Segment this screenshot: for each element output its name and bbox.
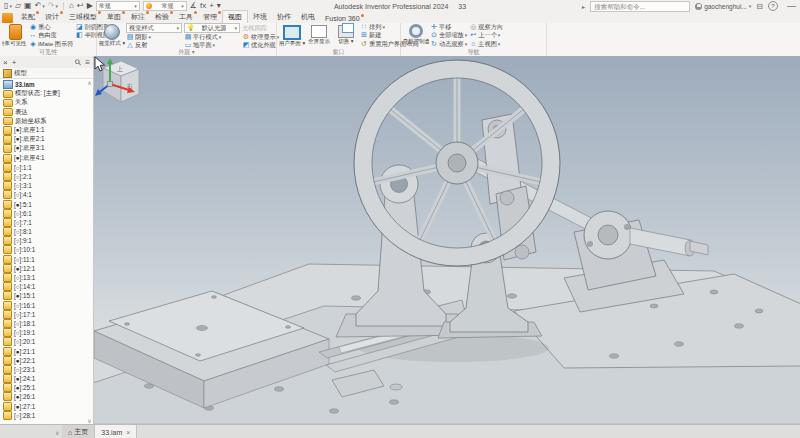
ribbon-button-full-navigation-wheel[interactable]: 全导航控制盘 ▾ bbox=[403, 23, 429, 48]
panel-label-appearance[interactable]: 外观 ▾ bbox=[97, 48, 276, 56]
ribbon-tab-inspect[interactable]: 检验 bbox=[150, 11, 174, 23]
browser-add-tab-button[interactable]: + bbox=[12, 58, 17, 67]
tree-folder-3[interactable]: 原始坐标系 bbox=[0, 117, 93, 126]
panel-label-visibility[interactable]: 可见性 bbox=[0, 48, 96, 56]
tree-part-30[interactable]: [●]:27:1 bbox=[0, 402, 93, 411]
tree-part-29[interactable]: [●]:26:1 bbox=[0, 392, 93, 401]
ribbon-tab-view[interactable]: 视图 bbox=[222, 10, 248, 23]
ribbon-button-user-interface[interactable]: 用户界面 ▾ bbox=[279, 23, 305, 48]
ribbon-item-lighting-combo[interactable]: 💡默认光源▾ bbox=[184, 23, 240, 33]
ribbon-button-full-screen[interactable]: 全屏显示 bbox=[306, 23, 332, 48]
ribbon-item-textures-display[interactable]: ⚙纹理显示▾ bbox=[242, 33, 279, 41]
tree-part-10[interactable]: [○]:7:1 bbox=[0, 218, 93, 227]
ribbon-item-visual-style-combo[interactable]: 视觉样式▾ bbox=[126, 23, 182, 33]
tree-part-13[interactable]: [○]:10:1 bbox=[0, 245, 93, 254]
ribbon-item-home-view[interactable]: ⌂主视图▾ bbox=[469, 40, 503, 48]
tree-part-24[interactable]: [●]:21:1 bbox=[0, 346, 93, 355]
tree-part-28[interactable]: [●]:25:1 bbox=[0, 383, 93, 392]
tree-part-11[interactable]: [○]:8:1 bbox=[0, 227, 93, 236]
half-section-view-icon: ◧ bbox=[75, 31, 83, 39]
tree-part-17[interactable]: [○]:14:1 bbox=[0, 282, 93, 291]
tree-part-26[interactable]: [○]:23:1 bbox=[0, 365, 93, 374]
arrange-windows-icon: ∷ bbox=[360, 23, 368, 31]
new-file-button-icon[interactable]: ▯▾ bbox=[4, 1, 12, 11]
scroll-down-icon[interactable]: ∨ bbox=[87, 417, 91, 424]
ribbon-button-object-visibility[interactable]: 对象可见性 ▾ bbox=[2, 23, 28, 48]
file-menu-button[interactable] bbox=[2, 13, 13, 23]
tree-part-23[interactable]: [○]:20:1 bbox=[0, 337, 93, 346]
tree-part-3[interactable]: [●]:底座4:1 bbox=[0, 154, 93, 163]
ribbon-item-center-of-gravity[interactable]: ◉重心 bbox=[29, 23, 73, 31]
ribbon-tab-collaborate[interactable]: 协作 bbox=[272, 11, 296, 23]
tree-part-15[interactable]: [●]:12:1 bbox=[0, 264, 93, 273]
help-search-input[interactable]: 搜索帮助和命令... bbox=[590, 1, 690, 12]
tree-part-12[interactable]: [○]:9:1 bbox=[0, 236, 93, 245]
panel-label-navigate[interactable]: 导航 bbox=[401, 48, 546, 56]
account-menu[interactable]: gaochenghui... ▾ bbox=[695, 3, 751, 10]
ribbon-tab-fusion-360[interactable]: Fusion 360 bbox=[320, 14, 365, 23]
ribbon-item-degrees-of-freedom[interactable]: ↔自由度 bbox=[29, 31, 73, 39]
ribbon-tab-tools[interactable]: 工具 bbox=[174, 11, 198, 23]
ribbon-tab-environments[interactable]: 环境 bbox=[248, 11, 272, 23]
ribbon-item-imate-glyph[interactable]: ◈iMate 图示符 bbox=[29, 40, 73, 48]
tree-folder-1[interactable]: 关系 bbox=[0, 98, 93, 107]
tree-part-21[interactable]: [○]:18:1 bbox=[0, 319, 93, 328]
ribbon-tab-manage[interactable]: 管理 bbox=[198, 11, 222, 23]
tree-part-1[interactable]: [●]:底座2:1 bbox=[0, 135, 93, 144]
model-pane-title[interactable]: 模型 bbox=[14, 69, 27, 78]
tree-part-22[interactable]: [○]:19:1 bbox=[0, 328, 93, 337]
tree-part-14[interactable]: [○]:11:1 bbox=[0, 255, 93, 264]
ribbon-button-switch-windows[interactable]: 切换 ▾ bbox=[333, 23, 359, 48]
search-expand-icon[interactable]: ▸ bbox=[582, 3, 585, 10]
ribbon-tab-annotate[interactable]: 标注 bbox=[126, 11, 150, 23]
scroll-up-icon[interactable]: ∧ bbox=[87, 79, 91, 86]
look-at-icon: ◎ bbox=[469, 23, 477, 31]
minimize-button[interactable]: — bbox=[787, 1, 796, 11]
tree-part-5[interactable]: [○]:2:1 bbox=[0, 172, 93, 181]
browser-menu-icon[interactable]: ≡ bbox=[85, 58, 90, 67]
ribbon-button-visual-styles[interactable]: 视觉样式 ▾ bbox=[99, 23, 125, 48]
tree-part-18[interactable]: [●]:15:1 bbox=[0, 291, 93, 300]
tree-part-6[interactable]: [○]:3:1 bbox=[0, 181, 93, 190]
viewport-3d[interactable]: 上 前 右 bbox=[94, 56, 800, 424]
cart-icon[interactable]: ⊟ bbox=[756, 2, 763, 11]
ribbon-tab-design[interactable]: 设计 bbox=[40, 11, 64, 23]
tree-part-20[interactable]: [○]:17:1 bbox=[0, 310, 93, 319]
ribbon-tab-electromechanical[interactable]: 机电 bbox=[296, 11, 320, 23]
ribbon-item-shadows[interactable]: ▨阴影▾ bbox=[126, 33, 182, 41]
tab-home[interactable]: ⌂ 主页 bbox=[62, 425, 95, 438]
tree-part-8[interactable]: [●]:5:1 bbox=[0, 199, 93, 208]
tree-part-27[interactable]: [●]:24:1 bbox=[0, 374, 93, 383]
ribbon-tab-sketch[interactable]: 草图 bbox=[102, 11, 126, 23]
browser-search-icon[interactable]: ⚲ bbox=[73, 57, 84, 68]
browser-scroll-down[interactable]: ∨ bbox=[0, 425, 62, 438]
tree-folder-0[interactable]: 模型状态: [主要] bbox=[0, 89, 93, 98]
ribbon-item-zoom-all[interactable]: ⊙全部缩放▾ bbox=[430, 31, 467, 39]
panel-label-windows[interactable]: 窗口 bbox=[277, 48, 400, 56]
help-icon[interactable]: ? bbox=[768, 1, 778, 11]
ribbon-tab-assemble[interactable]: 装配 bbox=[16, 11, 40, 23]
tree-part-31[interactable]: [○]:28:1 bbox=[0, 411, 93, 420]
tree-part-9[interactable]: [○]:6:1 bbox=[0, 209, 93, 218]
node-icon bbox=[3, 374, 12, 383]
tree-scrollbar[interactable]: ∧ ∨ bbox=[86, 79, 93, 424]
ribbon-item-orthographic-mode[interactable]: ▤平行模式▾ bbox=[184, 33, 240, 41]
ribbon-item-look-at[interactable]: ◎观察方向 bbox=[469, 23, 503, 31]
ribbon-tab-model-3d[interactable]: 三维模型 bbox=[64, 11, 102, 23]
ribbon-item-previous-view[interactable]: ↩上一个▾ bbox=[469, 31, 503, 39]
tree-part-2[interactable]: [●]:底座3:1 bbox=[0, 144, 93, 153]
tree-part-19[interactable]: [○]:16:1 bbox=[0, 301, 93, 310]
browser-close-button[interactable]: × bbox=[3, 58, 8, 67]
tree-part-16[interactable]: [○]:13:1 bbox=[0, 273, 93, 282]
close-icon[interactable]: × bbox=[126, 429, 130, 436]
tree-folder-2[interactable]: 表达 bbox=[0, 108, 93, 117]
ribbon-item-pan[interactable]: ✛平移 bbox=[430, 23, 467, 31]
tab-document-33iam[interactable]: 33.iam × bbox=[95, 425, 137, 438]
tree-part-0[interactable]: [●]:底座1:1 bbox=[0, 126, 93, 135]
tree-part-25[interactable]: [●]:22:1 bbox=[0, 356, 93, 365]
tree-part-7[interactable]: [○]:4:1 bbox=[0, 190, 93, 199]
tree-part-4[interactable]: [○]:1:1 bbox=[0, 163, 93, 172]
tree-root-assembly[interactable]: 33.iam bbox=[0, 80, 93, 89]
ribbon-item-orbit[interactable]: ↻动态观察▾ bbox=[430, 40, 467, 48]
app-title: Autodesk Inventor Professional 2024 bbox=[334, 3, 448, 10]
